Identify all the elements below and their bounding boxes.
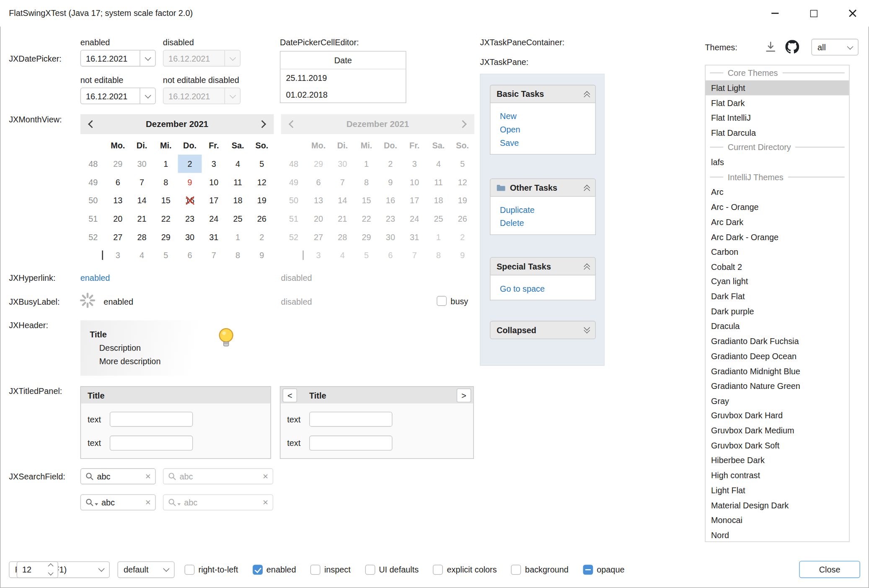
calendar-day[interactable]: 23 xyxy=(178,210,202,228)
calendar-day[interactable]: 27 xyxy=(106,228,130,246)
theme-item[interactable]: Flat Darcula xyxy=(706,125,849,140)
calendar-day[interactable]: 9 xyxy=(250,246,274,264)
checkbox-box[interactable] xyxy=(433,565,443,575)
theme-item[interactable]: Flat Dark xyxy=(706,95,849,110)
theme-item[interactable]: Gruvbox Dark Medium xyxy=(706,423,849,438)
themes-filter-combo[interactable]: all xyxy=(811,39,858,56)
theme-item[interactable]: Cobalt 2 xyxy=(706,259,849,274)
theme-item[interactable]: Dracula xyxy=(706,319,849,334)
calendar-day[interactable]: 25 xyxy=(226,210,250,228)
calendar-day[interactable]: 24 xyxy=(202,210,226,228)
calendar-day[interactable]: 21 xyxy=(130,210,154,228)
taskpane-link[interactable]: New xyxy=(491,109,595,122)
theme-item[interactable]: Gradianto Dark Fuchsia xyxy=(706,334,849,349)
taskpane-header[interactable]: Collapsed xyxy=(490,321,596,339)
calendar-day[interactable]: 6 xyxy=(106,173,130,192)
text-input[interactable] xyxy=(110,412,193,427)
checkbox-box[interactable] xyxy=(310,565,321,575)
minimize-button[interactable] xyxy=(759,0,791,26)
text-input[interactable] xyxy=(309,412,392,427)
text-input[interactable] xyxy=(110,435,193,451)
checkbox-background[interactable]: background xyxy=(511,565,569,575)
theme-item[interactable]: Gruvbox Dark Hard xyxy=(706,408,849,423)
theme-item[interactable]: lafs xyxy=(706,155,849,170)
theme-item[interactable]: Arc Dark - Orange xyxy=(706,229,849,244)
datepicker-value[interactable]: 16.12.2021 xyxy=(81,54,140,63)
font-combo[interactable]: default xyxy=(117,561,174,578)
close-window-button[interactable] xyxy=(836,0,869,26)
table-row[interactable]: 25.11.2019 xyxy=(280,69,406,86)
theme-item[interactable]: Nord xyxy=(706,527,849,542)
theme-item[interactable]: Gruvbox Dark Soft xyxy=(706,438,849,453)
calendar-day[interactable]: 2 xyxy=(178,155,202,173)
text-input[interactable] xyxy=(309,435,392,451)
checkbox-right-to-left[interactable]: right-to-left xyxy=(184,565,238,575)
search-input-value[interactable]: abc xyxy=(101,497,142,507)
calendar-day[interactable]: 4 xyxy=(226,155,250,173)
theme-item[interactable]: Hiberbee Dark xyxy=(706,453,849,468)
theme-item[interactable]: Monocai xyxy=(706,513,849,528)
searchfield-with-menu-enabled[interactable]: abc × xyxy=(80,494,156,510)
theme-item[interactable]: Flat Light xyxy=(706,80,849,96)
calendar-day[interactable]: 13 xyxy=(106,191,130,210)
searchfield-enabled[interactable]: abc × xyxy=(80,468,156,484)
clear-icon[interactable]: × xyxy=(145,497,151,507)
calendar-day[interactable]: 18 xyxy=(226,191,250,210)
font-size-spinner[interactable]: 12 xyxy=(17,561,58,578)
titledpanel-prev-button[interactable]: < xyxy=(283,388,297,402)
hyperlink-enabled[interactable]: enabled xyxy=(80,273,110,282)
theme-item[interactable]: Material Design Dark xyxy=(706,497,849,513)
calendar-day[interactable]: 19 xyxy=(250,191,274,210)
theme-item[interactable]: Gradianto Nature Green xyxy=(706,378,849,394)
theme-item[interactable]: Arc Dark xyxy=(706,215,849,230)
taskpane-header[interactable]: Special Tasks xyxy=(490,257,596,276)
calendar-day[interactable]: 5 xyxy=(154,246,178,264)
table-row[interactable]: 01.02.2018 xyxy=(280,86,406,103)
calendar-day[interactable]: 5 xyxy=(250,155,274,173)
calendar-day[interactable]: 20 xyxy=(106,210,130,228)
calendar-day[interactable]: 26 xyxy=(250,210,274,228)
theme-item[interactable]: Cyan light xyxy=(706,274,849,289)
table-column-header[interactable]: Date xyxy=(280,52,406,69)
titledpanel-next-button[interactable]: > xyxy=(457,388,471,402)
theme-item[interactable]: Dark Flat xyxy=(706,289,849,304)
checkbox-busy[interactable]: busy xyxy=(437,296,468,306)
calendar-day[interactable]: 8 xyxy=(154,173,178,192)
theme-item[interactable]: Gradianto Midnight Blue xyxy=(706,363,849,378)
checkbox-box[interactable] xyxy=(511,565,521,575)
taskpane-link[interactable]: Duplicate xyxy=(491,203,595,216)
calendar-day[interactable]: 3 xyxy=(106,246,130,264)
theme-item[interactable]: Light Flat xyxy=(706,483,849,498)
checkbox-box[interactable] xyxy=(583,565,593,575)
checkbox-box[interactable] xyxy=(184,565,194,575)
calendar-day[interactable]: 2 xyxy=(250,228,274,246)
calendar-day[interactable]: 11 xyxy=(226,173,250,192)
datepicker-enabled[interactable]: 16.12.2021 xyxy=(80,50,156,67)
next-month-icon[interactable] xyxy=(258,120,266,128)
spinner-buttons[interactable] xyxy=(49,564,52,575)
calendar-day[interactable]: 10 xyxy=(202,173,226,192)
calendar-day[interactable]: 30 xyxy=(178,228,202,246)
datepicker-dropdown-button[interactable] xyxy=(140,88,155,104)
checkbox-opaque[interactable]: opaque xyxy=(583,565,624,575)
calendar-day[interactable]: 7 xyxy=(130,173,154,192)
github-icon[interactable] xyxy=(785,40,799,55)
checkbox-box[interactable] xyxy=(365,565,375,575)
taskpane-header[interactable]: Basic Tasks xyxy=(490,85,596,103)
maximize-button[interactable] xyxy=(797,0,830,26)
clear-icon[interactable]: × xyxy=(145,471,151,481)
calendar-day[interactable]: 29 xyxy=(154,228,178,246)
calendar-day[interactable]: 1 xyxy=(154,155,178,173)
calendar-day[interactable]: 6 xyxy=(178,246,202,264)
datepicker-dropdown-button[interactable] xyxy=(140,50,155,66)
calendar-day[interactable]: 30 xyxy=(130,155,154,173)
theme-item[interactable]: Arc xyxy=(706,184,849,199)
calendar-day[interactable]: 8 xyxy=(226,246,250,264)
taskpane-link[interactable]: Save xyxy=(491,136,595,149)
calendar-day[interactable]: 16 xyxy=(178,191,202,210)
checkbox-box[interactable] xyxy=(437,296,447,306)
theme-item[interactable]: Arc - Orange xyxy=(706,199,849,215)
calendar-day[interactable]: 17 xyxy=(202,191,226,210)
calendar-day[interactable]: 31 xyxy=(202,228,226,246)
calendar-day[interactable]: 9 xyxy=(178,173,202,192)
